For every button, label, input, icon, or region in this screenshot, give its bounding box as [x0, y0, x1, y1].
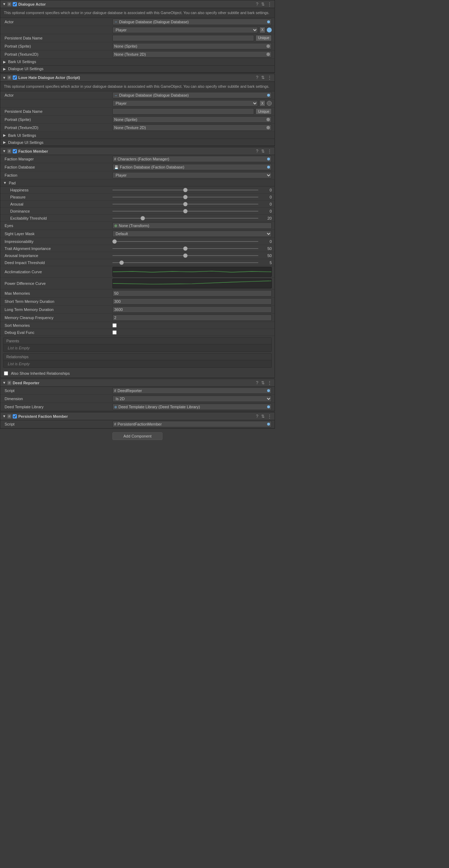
- actor-select-lh[interactable]: Player: [112, 100, 258, 106]
- settings-icon-fm[interactable]: ⇅: [260, 148, 265, 154]
- love-hate-header[interactable]: ▼ # Love Hate Dialogue Actor (Script) ? …: [0, 74, 275, 82]
- dr-deed-template-ref[interactable]: ⊕ Deed Template Library (Deed Template L…: [112, 404, 272, 410]
- short-term-memory-display[interactable]: 300: [112, 298, 272, 305]
- actor-dot-btn-lh[interactable]: [267, 101, 272, 106]
- pad-section-header[interactable]: ▼ Pad: [0, 179, 275, 187]
- bark-ui-section-lh[interactable]: ▶ Bark UI Settings: [0, 132, 275, 139]
- eyes-ref[interactable]: ⊕ None (Transform): [112, 222, 272, 229]
- menu-icon-1[interactable]: ⋮: [267, 1, 272, 7]
- faction-manager-label: Faction Manager: [3, 157, 112, 161]
- settings-icon-dr[interactable]: ⇅: [260, 380, 265, 386]
- portrait-sprite-field-lh[interactable]: None (Sprite): [112, 116, 272, 123]
- acclimatization-curve-display[interactable]: [112, 267, 272, 277]
- actor-value-1: ↔ Dialogue Database (Dialogue Database): [112, 19, 272, 25]
- pfm-script-dot[interactable]: [267, 423, 270, 426]
- faction-database-ref[interactable]: 💾 Faction Database (Faction Database): [112, 164, 272, 170]
- portrait-sprite-btn-lh[interactable]: [266, 118, 270, 121]
- bark-ui-arrow-1[interactable]: ▶: [3, 60, 6, 64]
- also-show-checkbox[interactable]: [4, 371, 8, 375]
- fdb-icon: 💾: [114, 165, 118, 169]
- actor-dot-btn-1[interactable]: [267, 27, 272, 32]
- dialogue-ui-arrow-lh[interactable]: ▶: [3, 140, 6, 144]
- help-icon-1[interactable]: ?: [255, 1, 259, 7]
- deed-reporter-header[interactable]: ▼ # Deed Reporter ? ⇅ ⋮: [0, 379, 275, 387]
- settings-icon-pfm[interactable]: ⇅: [260, 414, 265, 419]
- actor-value-lh: ↔ Dialogue Database (Dialogue Database): [112, 92, 272, 98]
- dominance-slider-value: 0: [260, 209, 272, 213]
- add-component-button[interactable]: Add Component: [112, 432, 162, 440]
- sight-layer-select[interactable]: Default: [112, 231, 272, 237]
- help-icon-pfm[interactable]: ?: [255, 414, 259, 419]
- dr-script-ref[interactable]: # DeedReporter: [112, 387, 272, 394]
- collapse-arrow-1[interactable]: ▼: [2, 2, 6, 6]
- help-icon-lh[interactable]: ?: [255, 75, 259, 80]
- dialogue-actor-1-header[interactable]: ▼ # Dialogue Actor ? ⇅ ⋮: [0, 0, 275, 8]
- max-memories-display[interactable]: 50: [112, 290, 272, 297]
- portrait-texture-field-1[interactable]: None (Texture 2D): [112, 51, 272, 57]
- menu-icon-lh[interactable]: ⋮: [267, 75, 272, 80]
- collapse-arrow-pfm[interactable]: ▼: [2, 414, 6, 418]
- settings-icon-lh[interactable]: ⇅: [260, 75, 265, 80]
- menu-icon-fm[interactable]: ⋮: [267, 148, 272, 154]
- enable-checkbox-fm[interactable]: [13, 149, 17, 153]
- settings-icon-1[interactable]: ⇅: [260, 1, 265, 7]
- portrait-sprite-field-1[interactable]: None (Sprite): [112, 43, 272, 49]
- dominance-slider[interactable]: [112, 211, 258, 212]
- dr-script-dot[interactable]: [267, 389, 270, 392]
- help-icon-fm[interactable]: ?: [255, 148, 259, 154]
- impressionability-slider[interactable]: [112, 241, 258, 242]
- arousal-importance-slider[interactable]: [112, 255, 258, 256]
- power-difference-curve-display[interactable]: [112, 279, 272, 288]
- dr-deed-template-dot[interactable]: [267, 405, 270, 408]
- portrait-texture-btn-1[interactable]: [266, 53, 270, 56]
- collapse-arrow-dr[interactable]: ▼: [2, 381, 6, 385]
- help-icon-dr[interactable]: ?: [255, 380, 259, 386]
- pfm-header[interactable]: ▼ # Persistent Faction Member ? ⇅ ⋮: [0, 412, 275, 420]
- arousal-slider[interactable]: [112, 204, 258, 204]
- memory-cleanup-display[interactable]: 2: [112, 314, 272, 321]
- happiness-slider[interactable]: [112, 190, 258, 190]
- menu-icon-dr[interactable]: ⋮: [267, 380, 272, 386]
- collapse-arrow-fm[interactable]: ▼: [2, 149, 6, 153]
- dialogue-ui-section-lh[interactable]: ▶ Dialogue UI Settings: [0, 139, 275, 146]
- enable-checkbox-lh[interactable]: [13, 75, 17, 80]
- pad-arrow[interactable]: ▼: [3, 181, 7, 185]
- pleasure-slider[interactable]: [112, 197, 258, 197]
- persistent-data-input-lh[interactable]: [112, 108, 254, 115]
- faction-select[interactable]: Player: [112, 172, 272, 178]
- menu-icon-pfm[interactable]: ⋮: [267, 414, 272, 419]
- deed-impact-slider[interactable]: [112, 262, 258, 263]
- enable-checkbox-pfm[interactable]: [13, 414, 17, 418]
- actor-x-btn-lh[interactable]: X: [259, 100, 265, 106]
- debug-eval-checkbox[interactable]: [112, 330, 117, 335]
- dialogue-ui-arrow-1[interactable]: ▶: [3, 67, 6, 71]
- dr-dimension-select[interactable]: Is 2D: [112, 396, 272, 402]
- dialogue-ui-section-1[interactable]: ▶ Dialogue UI Settings: [0, 66, 275, 73]
- faction-manager-dot[interactable]: [267, 158, 270, 160]
- actor-x-btn-1[interactable]: X: [259, 27, 265, 33]
- portrait-texture-btn-lh[interactable]: [266, 126, 270, 129]
- long-term-memory-display[interactable]: 3600: [112, 306, 272, 313]
- portrait-sprite-btn-1[interactable]: [266, 44, 270, 48]
- portrait-texture-field-lh[interactable]: None (Texture 2D): [112, 124, 272, 131]
- trait-alignment-slider[interactable]: [112, 248, 258, 249]
- bark-ui-arrow-lh[interactable]: ▶: [3, 133, 6, 137]
- faction-manager-ref[interactable]: # Characters (Faction Manager): [112, 156, 272, 162]
- actor-ref-lh[interactable]: ↔ Dialogue Database (Dialogue Database): [112, 92, 272, 98]
- sort-memories-checkbox[interactable]: [112, 323, 117, 328]
- actor-ref-1[interactable]: ↔ Dialogue Database (Dialogue Database): [112, 19, 272, 25]
- bark-ui-section-1[interactable]: ▶ Bark UI Settings: [0, 59, 275, 66]
- enable-checkbox-1[interactable]: [13, 2, 17, 6]
- collapse-arrow-lh[interactable]: ▼: [2, 76, 6, 80]
- actor-ref-dot-1[interactable]: [267, 20, 270, 23]
- faction-member-header[interactable]: ▼ # Faction Member ? ⇅ ⋮: [0, 147, 275, 155]
- excitability-slider[interactable]: [112, 218, 258, 219]
- persistent-data-input-1[interactable]: [112, 35, 254, 41]
- actor-ref-dot-lh[interactable]: [267, 94, 270, 97]
- pfm-script-ref[interactable]: # PersistentFactionMember: [112, 421, 272, 427]
- actor-select-1[interactable]: Player: [112, 27, 258, 33]
- faction-database-row: Faction Database 💾 Faction Database (Fac…: [0, 163, 275, 171]
- unique-btn-lh[interactable]: Unique: [256, 108, 272, 115]
- unique-btn-1[interactable]: Unique: [256, 35, 272, 41]
- faction-database-dot[interactable]: [267, 166, 270, 169]
